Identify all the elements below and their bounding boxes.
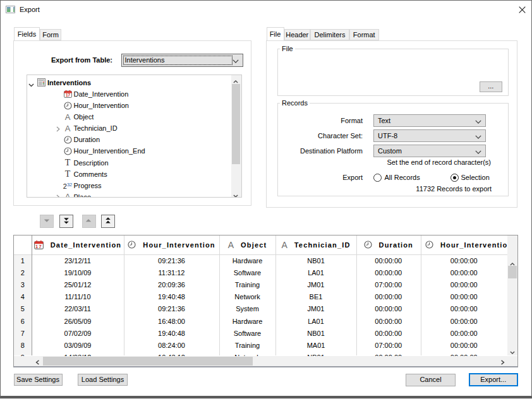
svg-text:17: 17 [65,93,70,97]
